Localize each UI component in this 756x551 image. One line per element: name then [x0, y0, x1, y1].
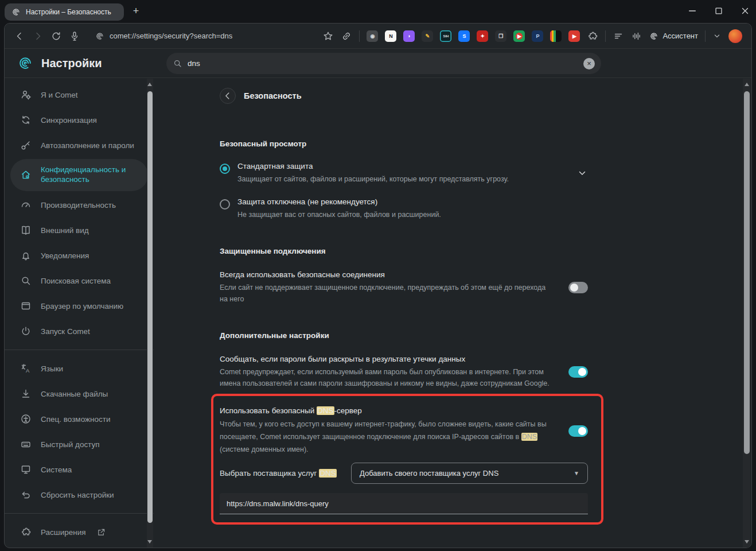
stripes-extension-icon[interactable] [550, 30, 562, 42]
sidebar-item-bell[interactable]: Уведомления [5, 243, 154, 268]
main-scrollbar-thumb[interactable] [744, 91, 750, 454]
sidebar-item-search[interactable]: Поисковая система [5, 268, 154, 293]
back-button[interactable] [14, 30, 25, 42]
new-tab-button[interactable]: + [128, 4, 143, 19]
sih-extension-icon[interactable]: SIH [440, 30, 451, 42]
sidebar-item-keyboard[interactable]: Быстрый доступ [5, 432, 154, 457]
sidebar-item-reset[interactable]: Сбросить настройки [5, 482, 154, 507]
sidebar-item-accessibility[interactable]: Спец. возможности [5, 406, 154, 432]
shazam-extension-icon[interactable]: S [458, 30, 470, 42]
copy-link-icon[interactable] [341, 30, 352, 42]
sidebar-item-person-gear[interactable]: Я и Comet [5, 82, 154, 107]
sidebar-scrollbar-thumb[interactable] [147, 91, 153, 523]
row-desc: Comet предупреждает, если используемый в… [220, 366, 555, 389]
sidebar-list: Я и CometСинхронизацияАвтозаполнение и п… [5, 82, 154, 548]
standard-protection-option[interactable]: Стандартная защита Защищает от сайтов, ф… [220, 162, 588, 185]
no-protection-radio[interactable] [220, 199, 230, 209]
sidebar-item-label: Я и Comet [41, 91, 78, 99]
keyboard-icon [20, 439, 32, 450]
sidebar-item-book[interactable]: Внешний вид [5, 218, 154, 243]
sidebar-divider [5, 350, 154, 350]
extensions-puzzle-icon[interactable] [587, 30, 598, 42]
secure-dns-toggle[interactable] [568, 425, 588, 437]
scroll-up-arrow[interactable] [147, 83, 152, 86]
download-icon [20, 388, 32, 399]
settings-page: Я и CometСинхронизацияАвтозаполнение и п… [5, 79, 751, 548]
close-icon[interactable] [740, 6, 750, 16]
voice-waveform-icon[interactable] [631, 30, 642, 42]
sidebar-item-speedometer[interactable]: Производительность [5, 192, 154, 218]
reading-list-icon[interactable] [613, 30, 624, 42]
url-text: comet://settings/security?search=dns [110, 32, 232, 40]
scroll-down-arrow[interactable] [147, 540, 152, 544]
shield-blue-extension-icon[interactable]: P [532, 30, 543, 42]
profile-avatar[interactable] [728, 29, 742, 43]
minimize-icon[interactable] [687, 6, 697, 16]
no-protection-option[interactable]: Защита отключена (не рекомендуется) Не з… [220, 197, 588, 220]
row-desc: Чтобы тем, у кого есть доступ к вашему и… [220, 418, 555, 456]
back-to-settings-button[interactable] [220, 88, 236, 104]
clear-search-icon[interactable]: × [583, 58, 595, 69]
tab-title: Настройки – Безопасность [26, 8, 111, 16]
https-only-toggle[interactable] [568, 282, 588, 293]
sidebar-item-puzzle[interactable]: Расширения [5, 519, 154, 545]
sidebar-item-label: Расширения [41, 528, 86, 537]
forward-button[interactable] [32, 30, 44, 42]
row-text: Всегда использовать безопасные соединени… [220, 270, 555, 305]
adblock-youtube-extension-icon[interactable]: ▶ [513, 30, 525, 42]
expand-chevron-icon[interactable] [576, 168, 588, 179]
address-bar[interactable]: comet://settings/security?search=dns [95, 32, 315, 41]
bookmark-star-icon[interactable] [322, 30, 334, 42]
reload-button[interactable] [50, 30, 62, 42]
maximize-icon[interactable] [714, 6, 724, 16]
settings-search-input[interactable] [188, 59, 578, 68]
sidebar-scrollbar[interactable] [147, 79, 153, 548]
password-leak-toggle[interactable] [568, 366, 588, 378]
scroll-down-arrow[interactable] [745, 540, 749, 544]
chevron-down-icon[interactable] [712, 32, 722, 41]
sidebar-item-shield-home[interactable]: Конфиденциальность и безопасность [10, 159, 148, 191]
highlighter-extension-icon[interactable]: ✎ [422, 30, 433, 42]
toolbar: comet://settings/security?search=dns ◉N◗… [5, 24, 751, 49]
sidebar-item-browser[interactable]: Браузер по умолчанию [5, 293, 154, 319]
translate-icon: A [20, 363, 32, 374]
wand-extension-icon[interactable]: ✦ [477, 30, 488, 42]
toolbar-divider [705, 30, 706, 42]
main-scrollbar[interactable] [743, 79, 750, 548]
pill-extension-icon[interactable]: ◗ [403, 30, 415, 42]
sidebar-item-download[interactable]: Скачанные файлы [5, 381, 154, 406]
secure-dns-row: Использовать безопасный DNS-сервер Чтобы… [220, 406, 588, 456]
section-heading-safe-browsing: Безопасный просмотр [220, 139, 588, 148]
pages-extension-icon[interactable]: ❐ [495, 30, 506, 42]
sidebar-item-monitor[interactable]: Система [5, 457, 154, 482]
key-icon [20, 139, 32, 151]
option-text: Защита отключена (не рекомендуется) Не з… [237, 197, 441, 220]
custom-dns-input[interactable] [220, 493, 588, 514]
sidebar-item-translate[interactable]: AЯзыки [5, 356, 154, 381]
sidebar-item-label: Система [41, 465, 72, 474]
browser-tab[interactable]: Настройки – Безопасность [5, 3, 124, 21]
assistant-button[interactable]: Ассистент [649, 32, 698, 41]
dns-provider-select[interactable]: Добавить своего поставщика услуг DNS ▼ [351, 463, 588, 484]
sidebar-item-sync[interactable]: Синхронизация [5, 107, 154, 133]
browser-window: comet://settings/security?search=dns ◉N◗… [4, 23, 752, 548]
row-text: Использовать безопасный DNS-сервер Чтобы… [220, 406, 555, 456]
adblock-extension-icon[interactable]: ▶ [568, 30, 580, 42]
comet-url-icon [95, 32, 104, 41]
row-title: Всегда использовать безопасные соединени… [220, 270, 555, 279]
sidebar-item-label: Конфиденциальность и безопасность [41, 165, 141, 185]
scroll-up-arrow[interactable] [745, 83, 749, 86]
select-arrow-icon: ▼ [574, 470, 579, 476]
sidebar-item-power[interactable]: Запуск Comet [5, 319, 154, 344]
section-heading-secure-connections: Защищенные подключения [220, 247, 588, 255]
sidebar-item-label: Уведомления [41, 251, 89, 260]
notion-extension-icon[interactable]: N [385, 30, 396, 42]
sidebar-item-comet[interactable]: О Comet [5, 545, 154, 548]
settings-search-box[interactable]: × [166, 53, 601, 74]
camera-extension-icon[interactable]: ◉ [367, 30, 378, 42]
voice-search-icon[interactable] [69, 30, 80, 42]
sidebar-item-key[interactable]: Автозаполнение и пароли [5, 133, 154, 158]
browser-icon [20, 300, 32, 312]
content-column: Безопасность Безопасный просмотр Стандар… [220, 79, 588, 525]
standard-protection-radio[interactable] [220, 164, 230, 174]
